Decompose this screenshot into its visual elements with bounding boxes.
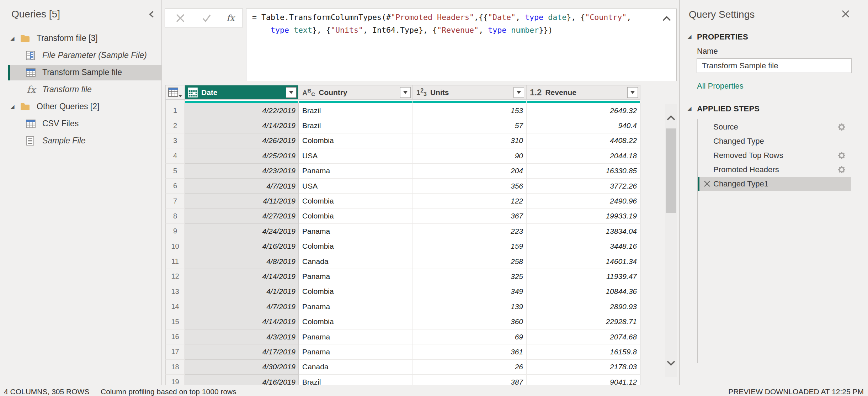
date-cell[interactable]: 4/25/2019	[185, 148, 299, 163]
row-number-cell[interactable]: 13	[165, 284, 185, 299]
country-cell[interactable]: Colombia	[299, 133, 413, 148]
date-cell[interactable]: 4/8/2019	[185, 254, 299, 269]
revenue-cell[interactable]: 2178.03	[527, 360, 640, 375]
units-cell[interactable]: 122	[413, 194, 527, 208]
units-cell[interactable]: 57	[413, 118, 527, 133]
scroll-up-button[interactable]	[666, 115, 676, 121]
revenue-cell[interactable]: 16330.85	[527, 164, 640, 179]
delete-step-icon[interactable]	[704, 180, 710, 187]
units-cell[interactable]: 387	[413, 375, 527, 385]
revenue-cell[interactable]: 3772.26	[527, 179, 640, 194]
units-cell[interactable]: 69	[413, 329, 527, 344]
revenue-cell[interactable]: 3448.16	[527, 239, 640, 254]
sidebar-item-sample-file[interactable]: Sample File	[0, 132, 161, 149]
date-cell[interactable]: 4/24/2019	[185, 224, 299, 239]
revenue-cell[interactable]: 14601.34	[527, 254, 640, 269]
applied-step-changed-type1[interactable]: Changed Type1	[698, 177, 851, 191]
revenue-cell[interactable]: 13834.04	[527, 224, 640, 239]
gear-icon[interactable]	[838, 152, 846, 159]
applied-step-source[interactable]: Source	[698, 120, 851, 134]
date-cell[interactable]: 4/14/2019	[185, 269, 299, 284]
properties-collapse-icon[interactable]: ◢	[687, 33, 692, 40]
date-cell[interactable]: 4/3/2019	[185, 329, 299, 344]
row-number-cell[interactable]: 19	[165, 375, 185, 385]
country-cell[interactable]: USA	[299, 148, 413, 163]
row-number-cell[interactable]: 16	[165, 329, 185, 344]
date-cell[interactable]: 4/27/2019	[185, 209, 299, 224]
country-cell[interactable]: Panama	[299, 344, 413, 359]
revenue-cell[interactable]: 2649.32	[527, 103, 640, 118]
units-cell[interactable]: 153	[413, 103, 527, 118]
select-all-columns-button[interactable]	[165, 85, 185, 99]
country-cell[interactable]: Colombia	[299, 239, 413, 254]
filter-button-country[interactable]	[400, 87, 411, 98]
units-cell[interactable]: 310	[413, 133, 527, 148]
column-header-revenue[interactable]: 1.2Revenue	[527, 85, 640, 99]
country-cell[interactable]: Colombia	[299, 314, 413, 329]
revenue-cell[interactable]: 19933.19	[527, 209, 640, 224]
table-scrollbar-thumb[interactable]	[666, 128, 676, 213]
country-cell[interactable]: Colombia	[299, 194, 413, 208]
filter-button-revenue[interactable]	[627, 87, 638, 98]
date-cell[interactable]: 4/16/2019	[185, 375, 299, 385]
row-number-cell[interactable]: 15	[165, 314, 185, 329]
revenue-cell[interactable]: 940.4	[527, 118, 640, 133]
date-cell[interactable]: 4/16/2019	[185, 239, 299, 254]
units-cell[interactable]: 349	[413, 284, 527, 299]
revenue-cell[interactable]: 4408.22	[527, 133, 640, 148]
column-header-date[interactable]: Date	[185, 85, 299, 99]
sidebar-item-csv-files[interactable]: CSV Files	[0, 115, 161, 132]
units-cell[interactable]: 258	[413, 254, 527, 269]
country-cell[interactable]: Canada	[299, 360, 413, 375]
units-cell[interactable]: 26	[413, 360, 527, 375]
country-cell[interactable]: Brazil	[299, 118, 413, 133]
row-number-cell[interactable]: 12	[165, 269, 185, 284]
applied-steps-collapse-icon[interactable]: ◢	[687, 105, 692, 112]
revenue-cell[interactable]: 11939.47	[527, 269, 640, 284]
country-cell[interactable]: Brazil	[299, 103, 413, 118]
formula-cancel-icon[interactable]	[175, 13, 185, 23]
gear-icon[interactable]	[838, 123, 846, 131]
country-cell[interactable]: Panama	[299, 329, 413, 344]
filter-button-date[interactable]	[286, 87, 297, 98]
row-number-cell[interactable]: 18	[165, 360, 185, 375]
sidebar-item-transform-sample-file[interactable]: Transform Sample file	[0, 64, 161, 81]
revenue-cell[interactable]: 9041.12	[527, 375, 640, 385]
row-number-cell[interactable]: 17	[165, 344, 185, 359]
row-number-cell[interactable]: 6	[165, 179, 185, 194]
scroll-down-button[interactable]	[666, 360, 676, 366]
date-cell[interactable]: 4/14/2019	[185, 118, 299, 133]
revenue-cell[interactable]: 2044.18	[527, 148, 640, 163]
revenue-cell[interactable]: 10844.36	[527, 284, 640, 299]
sidebar-item-file-parameter-sample-file[interactable]: File Parameter (Sample File)	[0, 47, 161, 64]
country-cell[interactable]: Panama	[299, 224, 413, 239]
expand-collapse-triangle-icon[interactable]: ◢	[10, 103, 15, 110]
query-name-input[interactable]	[697, 58, 852, 73]
filter-button-units[interactable]	[513, 87, 524, 98]
units-cell[interactable]: 367	[413, 209, 527, 224]
units-cell[interactable]: 159	[413, 239, 527, 254]
row-number-cell[interactable]: 10	[165, 239, 185, 254]
row-number-cell[interactable]: 3	[165, 133, 185, 148]
gear-icon[interactable]	[838, 166, 846, 174]
country-cell[interactable]: USA	[299, 179, 413, 194]
country-cell[interactable]: Colombia	[299, 284, 413, 299]
date-cell[interactable]: 4/22/2019	[185, 103, 299, 118]
column-header-units[interactable]: 123Units	[413, 85, 527, 99]
country-cell[interactable]: Colombia	[299, 209, 413, 224]
date-cell[interactable]: 4/17/2019	[185, 344, 299, 359]
formula-fx-icon[interactable]: fx	[227, 13, 234, 23]
country-cell[interactable]: Canada	[299, 254, 413, 269]
revenue-cell[interactable]: 2074.68	[527, 329, 640, 344]
revenue-cell[interactable]: 16159.8	[527, 344, 640, 359]
units-cell[interactable]: 356	[413, 179, 527, 194]
row-number-cell[interactable]: 5	[165, 164, 185, 179]
country-cell[interactable]: Panama	[299, 164, 413, 179]
applied-step-promoted-headers[interactable]: Promoted Headers	[698, 163, 851, 177]
date-cell[interactable]: 4/7/2019	[185, 299, 299, 314]
sidebar-item-transform-file[interactable]: fxTransform file	[0, 81, 161, 98]
expand-collapse-triangle-icon[interactable]: ◢	[10, 35, 15, 42]
date-cell[interactable]: 4/1/2019	[185, 284, 299, 299]
revenue-cell[interactable]: 22928.71	[527, 314, 640, 329]
formula-commit-icon[interactable]	[202, 14, 211, 23]
